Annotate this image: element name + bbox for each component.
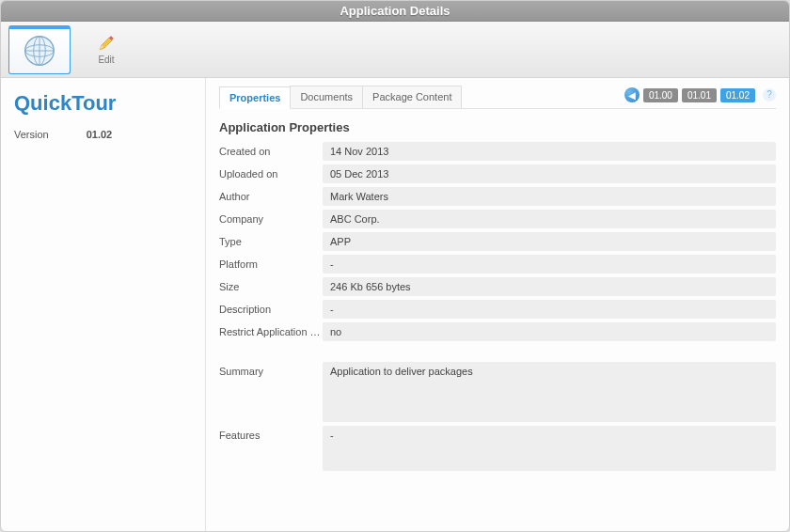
value-size: 246 Kb 656 bytes: [323, 277, 776, 296]
value-restrict: no: [323, 322, 776, 341]
pencil-icon: [97, 34, 116, 53]
version-chip-1[interactable]: 01.01: [682, 88, 717, 102]
label-features: Features: [219, 426, 323, 441]
edit-label: Edit: [98, 55, 114, 65]
label-author: Author: [219, 187, 323, 202]
label-created-on: Created on: [219, 142, 323, 157]
label-restrict: Restrict Application to...: [219, 322, 323, 337]
toolbar: Edit: [1, 22, 789, 78]
value-company: ABC Corp.: [323, 210, 776, 228]
label-type: Type: [219, 232, 323, 247]
prop-features: Features -: [219, 426, 776, 471]
prop-description: Description -: [219, 300, 776, 319]
tab-package-content[interactable]: Package Content: [362, 86, 462, 108]
help-icon: ?: [766, 89, 772, 100]
globe-icon: [23, 34, 56, 68]
window-title: Application Details: [1, 1, 789, 22]
main-panel: Properties Documents Package Content ◀ 0…: [206, 78, 789, 531]
app-title: QuickTour: [14, 91, 192, 116]
version-navigator: ◀ 01.00 01.01 01.02 ?: [624, 87, 776, 106]
value-summary: Application to deliver packages: [323, 362, 776, 422]
value-author: Mark Waters: [323, 187, 776, 206]
label-description: Description: [219, 300, 323, 315]
prop-uploaded-on: Uploaded on 05 Dec 2013: [219, 164, 776, 183]
app-icon[interactable]: [8, 25, 71, 74]
tabs: Properties Documents Package Content: [219, 86, 461, 108]
prop-company: Company ABC Corp.: [219, 210, 776, 228]
chevron-left-icon: ◀: [628, 90, 636, 101]
label-size: Size: [219, 277, 323, 292]
version-chip-0[interactable]: 01.00: [643, 88, 678, 102]
prop-restrict: Restrict Application to... no: [219, 322, 776, 341]
version-chip-2[interactable]: 01.02: [720, 88, 755, 102]
prop-summary: Summary Application to deliver packages: [219, 362, 776, 422]
value-created-on: 14 Nov 2013: [323, 142, 776, 161]
value-uploaded-on: 05 Dec 2013: [323, 164, 776, 183]
version-row: Version 01.02: [14, 129, 192, 140]
sidebar: QuickTour Version 01.02: [1, 78, 206, 531]
prop-platform: Platform -: [219, 255, 776, 274]
help-button[interactable]: ?: [763, 88, 776, 102]
value-features: -: [323, 426, 776, 471]
prop-type: Type APP: [219, 232, 776, 251]
edit-button[interactable]: Edit: [89, 30, 123, 69]
tab-properties[interactable]: Properties: [219, 86, 291, 109]
prop-created-on: Created on 14 Nov 2013: [219, 142, 776, 161]
prop-author: Author Mark Waters: [219, 187, 776, 206]
version-label: Version: [14, 129, 49, 140]
label-uploaded-on: Uploaded on: [219, 164, 323, 180]
value-type: APP: [323, 232, 776, 251]
version-value: 01.02: [87, 129, 113, 140]
label-platform: Platform: [219, 255, 323, 270]
value-platform: -: [323, 255, 776, 274]
label-company: Company: [219, 210, 323, 225]
tab-documents[interactable]: Documents: [290, 86, 363, 108]
application-details-window: Application Details Edit QuickTour Ve: [0, 0, 790, 532]
section-title: Application Properties: [219, 120, 776, 134]
prev-version-button[interactable]: ◀: [624, 87, 640, 102]
label-summary: Summary: [219, 362, 323, 377]
prop-size: Size 246 Kb 656 bytes: [219, 277, 776, 296]
value-description: -: [323, 300, 776, 319]
